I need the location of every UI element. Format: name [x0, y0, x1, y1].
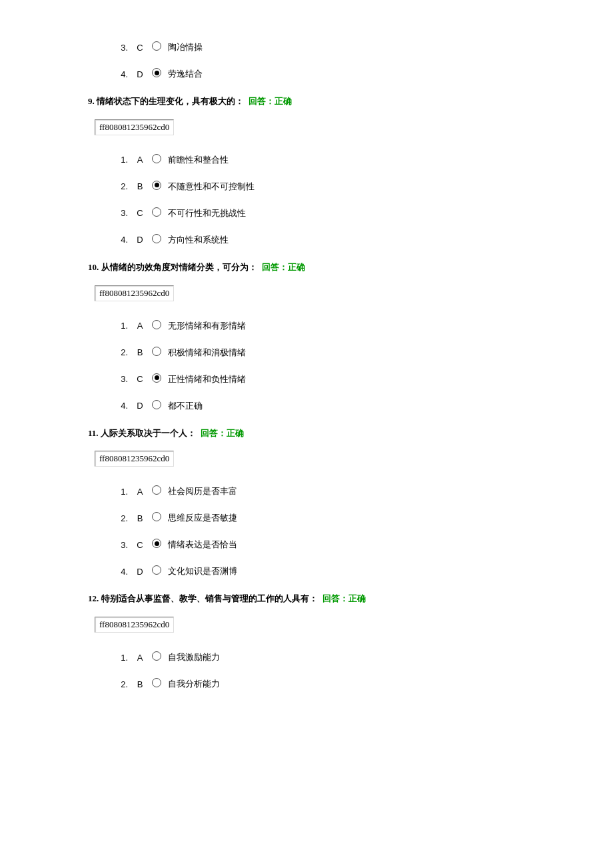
id-code-box: ff808081235962cd0 [95, 617, 174, 633]
option-index: 4. [115, 235, 128, 245]
list-item: 3. C 情绪表达是否恰当 [115, 539, 586, 551]
radio-icon[interactable] [152, 154, 161, 163]
id-code-box: ff808081235962cd0 [95, 285, 174, 301]
option-index: 2. [115, 181, 128, 191]
radio-icon[interactable] [152, 678, 161, 687]
radio-icon[interactable] [152, 512, 161, 521]
list-item: 1. A 前瞻性和整合性 [115, 154, 586, 166]
radio-icon[interactable] [152, 400, 161, 409]
feedback-value: 正确 [348, 593, 366, 603]
option-index: 1. [115, 487, 128, 497]
radio-icon[interactable] [152, 234, 161, 243]
option-text: 社会阅历是否丰富 [168, 485, 237, 497]
partial-options-list: 3. C 陶冶情操 4. D 劳逸结合 [115, 41, 586, 80]
option-text: 正性情绪和负性情绪 [168, 373, 246, 385]
id-code-box: ff808081235962cd0 [95, 451, 174, 467]
feedback-value: 正确 [288, 262, 305, 272]
option-letter: A [135, 321, 145, 331]
options-list: 1. A 前瞻性和整合性 2. B 不随意性和不可控制性 3. C 不可行性和无… [115, 154, 586, 246]
question-text: 从情绪的功效角度对情绪分类，可分为： [101, 262, 257, 272]
radio-icon[interactable] [152, 207, 161, 217]
option-text: 方向性和系统性 [168, 234, 229, 246]
feedback-label: 回答：正确 [262, 262, 305, 272]
option-index: 2. [115, 513, 128, 523]
radio-icon[interactable] [152, 539, 161, 548]
radio-icon[interactable] [152, 565, 161, 575]
option-letter: A [135, 653, 145, 663]
list-item: 2. B 自我分析能力 [115, 678, 586, 690]
question-number: 12. [88, 593, 99, 603]
option-text: 文化知识是否渊博 [168, 565, 237, 577]
option-text: 不随意性和不可控制性 [168, 181, 255, 193]
option-letter: C [135, 374, 145, 384]
option-letter: B [135, 513, 145, 523]
feedback-prefix: 回答： [249, 96, 275, 106]
question-text: 特别适合从事监督、教学、销售与管理的工作的人具有： [101, 593, 318, 603]
option-index: 3. [115, 540, 128, 550]
question-stem: 12. 特别适合从事监督、教学、销售与管理的工作的人具有： 回答：正确 [88, 592, 586, 606]
option-letter: C [135, 43, 145, 53]
radio-icon[interactable] [152, 41, 161, 51]
option-letter: D [135, 567, 145, 577]
list-item: 4. D 文化知识是否渊博 [115, 565, 586, 577]
radio-icon[interactable] [152, 347, 161, 356]
feedback-prefix: 回答： [322, 593, 348, 603]
options-list: 1. A 自我激励能力 2. B 自我分析能力 [115, 651, 586, 690]
options-list: 1. A 无形情绪和有形情绪 2. B 积极情绪和消极情绪 3. C 正性情绪和… [115, 320, 586, 412]
option-letter: D [135, 69, 145, 79]
list-item: 2. B 积极情绪和消极情绪 [115, 347, 586, 359]
option-text: 自我分析能力 [168, 678, 220, 690]
option-letter: D [135, 401, 145, 411]
option-index: 3. [115, 43, 128, 53]
feedback-label: 回答：正确 [322, 593, 366, 603]
option-letter: C [135, 540, 145, 550]
feedback-prefix: 回答： [201, 428, 227, 438]
list-item: 2. B 思维反应是否敏捷 [115, 512, 586, 524]
list-item: 4. D 劳逸结合 [115, 68, 586, 80]
radio-icon[interactable] [152, 651, 161, 661]
option-index: 4. [115, 567, 128, 577]
question-text: 人际关系取决于一个人： [101, 428, 196, 438]
option-index: 2. [115, 347, 128, 357]
options-list: 1. A 社会阅历是否丰富 2. B 思维反应是否敏捷 3. C 情绪表达是否恰… [115, 485, 586, 577]
radio-icon[interactable] [152, 373, 161, 383]
question-text: 情绪状态下的生理变化，具有极大的： [97, 96, 244, 106]
option-index: 3. [115, 374, 128, 384]
list-item: 3. C 陶冶情操 [115, 41, 586, 53]
list-item: 3. C 正性情绪和负性情绪 [115, 373, 586, 385]
list-item: 4. D 都不正确 [115, 400, 586, 412]
list-item: 1. A 社会阅历是否丰富 [115, 485, 586, 497]
option-index: 1. [115, 653, 128, 663]
option-index: 4. [115, 69, 128, 79]
question-stem: 10. 从情绪的功效角度对情绪分类，可分为： 回答：正确 [88, 261, 586, 275]
list-item: 2. B 不随意性和不可控制性 [115, 181, 586, 193]
option-text: 不可行性和无挑战性 [168, 207, 246, 219]
list-item: 3. C 不可行性和无挑战性 [115, 207, 586, 219]
question-number: 11. [88, 428, 99, 438]
question-number: 10. [88, 262, 99, 272]
option-text: 前瞻性和整合性 [168, 154, 229, 166]
radio-icon[interactable] [152, 485, 161, 495]
feedback-value: 正确 [227, 428, 244, 438]
option-text: 无形情绪和有形情绪 [168, 320, 246, 332]
list-item: 4. D 方向性和系统性 [115, 234, 586, 246]
radio-icon[interactable] [152, 68, 161, 77]
radio-icon[interactable] [152, 320, 161, 329]
option-letter: B [135, 679, 145, 689]
option-text: 积极情绪和消极情绪 [168, 347, 246, 359]
option-letter: A [135, 155, 145, 165]
feedback-value: 正确 [275, 96, 292, 106]
option-letter: B [135, 347, 145, 357]
list-item: 1. A 自我激励能力 [115, 651, 586, 663]
option-letter: B [135, 181, 145, 191]
id-code-box: ff808081235962cd0 [95, 119, 174, 135]
radio-icon[interactable] [152, 181, 161, 190]
option-text: 思维反应是否敏捷 [168, 512, 237, 524]
option-text: 陶冶情操 [168, 41, 203, 53]
option-text: 情绪表达是否恰当 [168, 539, 237, 551]
option-letter: C [135, 208, 145, 218]
question-number: 9. [88, 96, 95, 106]
option-letter: A [135, 487, 145, 497]
question-stem: 9. 情绪状态下的生理变化，具有极大的： 回答：正确 [88, 95, 586, 109]
option-text: 都不正确 [168, 400, 203, 412]
